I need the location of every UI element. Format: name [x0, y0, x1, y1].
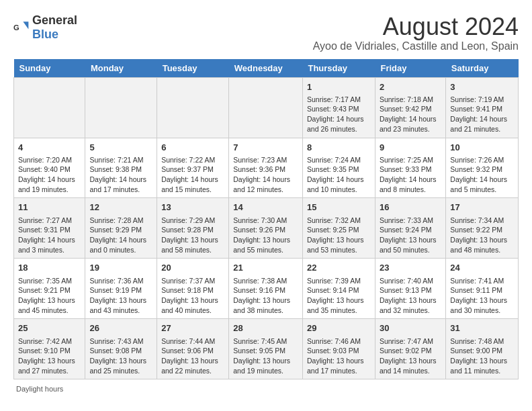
day-number: 28: [233, 322, 298, 334]
day-number: 18: [18, 262, 81, 274]
calendar-cell: 1Sunrise: 7:17 AM Sunset: 9:43 PM Daylig…: [302, 77, 375, 138]
svg-text:G: G: [13, 24, 19, 32]
subtitle: Ayoo de Vidriales, Castille and Leon, Sp…: [313, 40, 519, 52]
day-info: Sunrise: 7:33 AM Sunset: 9:24 PM Dayligh…: [380, 216, 441, 255]
day-info: Sunrise: 7:36 AM Sunset: 9:19 PM Dayligh…: [89, 276, 152, 316]
calendar-cell: 20Sunrise: 7:37 AM Sunset: 9:18 PM Dayli…: [157, 259, 229, 319]
calendar-cell: 19Sunrise: 7:36 AM Sunset: 9:19 PM Dayli…: [85, 259, 157, 319]
day-number: 5: [89, 142, 152, 154]
day-number: 31: [450, 322, 514, 334]
calendar-cell: 24Sunrise: 7:41 AM Sunset: 9:11 PM Dayli…: [446, 259, 519, 319]
calendar-cell: 11Sunrise: 7:27 AM Sunset: 9:31 PM Dayli…: [14, 198, 85, 259]
day-number: 19: [89, 262, 152, 274]
day-info: Sunrise: 7:23 AM Sunset: 9:36 PM Dayligh…: [233, 155, 298, 195]
weekday-header-sunday: Sunday: [14, 59, 85, 78]
day-info: Sunrise: 7:47 AM Sunset: 9:02 PM Dayligh…: [380, 336, 441, 376]
calendar-cell: [229, 77, 303, 138]
calendar-cell: 17Sunrise: 7:34 AM Sunset: 9:22 PM Dayli…: [446, 198, 519, 259]
calendar-cell: 8Sunrise: 7:24 AM Sunset: 9:35 PM Daylig…: [302, 138, 375, 198]
day-info: Sunrise: 7:18 AM Sunset: 9:42 PM Dayligh…: [380, 95, 441, 134]
day-info: Sunrise: 7:25 AM Sunset: 9:33 PM Dayligh…: [380, 155, 441, 195]
main-title: August 2024: [313, 13, 519, 40]
day-info: Sunrise: 7:30 AM Sunset: 9:26 PM Dayligh…: [233, 216, 298, 255]
day-number: 11: [18, 201, 81, 214]
day-info: Sunrise: 7:20 AM Sunset: 9:40 PM Dayligh…: [18, 155, 81, 195]
day-info: Sunrise: 7:34 AM Sunset: 9:22 PM Dayligh…: [450, 216, 514, 255]
calendar-cell: 9Sunrise: 7:25 AM Sunset: 9:33 PM Daylig…: [375, 138, 445, 198]
day-number: 27: [161, 322, 224, 334]
calendar-week-row: 18Sunrise: 7:35 AM Sunset: 9:21 PM Dayli…: [14, 259, 519, 319]
day-number: 1: [307, 81, 371, 93]
weekday-header-friday: Friday: [375, 59, 445, 78]
logo-blue: Blue: [32, 28, 58, 41]
day-number: 15: [307, 201, 371, 214]
day-info: Sunrise: 7:48 AM Sunset: 9:00 PM Dayligh…: [450, 336, 514, 376]
calendar-cell: 5Sunrise: 7:21 AM Sunset: 9:38 PM Daylig…: [85, 138, 157, 198]
day-info: Sunrise: 7:37 AM Sunset: 9:18 PM Dayligh…: [161, 276, 224, 316]
calendar-cell: 30Sunrise: 7:47 AM Sunset: 9:02 PM Dayli…: [375, 319, 445, 379]
day-number: 3: [450, 81, 514, 93]
day-number: 20: [161, 262, 224, 274]
day-number: 17: [450, 201, 514, 214]
day-number: 10: [450, 142, 514, 154]
logo-general: General: [32, 13, 77, 27]
calendar-cell: 7Sunrise: 7:23 AM Sunset: 9:36 PM Daylig…: [229, 138, 303, 198]
weekday-header-monday: Monday: [85, 59, 157, 78]
day-number: 29: [307, 322, 371, 334]
day-number: 26: [89, 322, 152, 334]
day-number: 22: [307, 262, 371, 274]
day-info: Sunrise: 7:46 AM Sunset: 9:03 PM Dayligh…: [307, 336, 371, 376]
day-number: 30: [380, 322, 441, 334]
day-number: 12: [89, 201, 152, 214]
calendar-cell: 2Sunrise: 7:18 AM Sunset: 9:42 PM Daylig…: [375, 77, 445, 138]
calendar-cell: 21Sunrise: 7:38 AM Sunset: 9:16 PM Dayli…: [229, 259, 303, 319]
day-info: Sunrise: 7:35 AM Sunset: 9:21 PM Dayligh…: [18, 276, 81, 316]
day-info: Sunrise: 7:44 AM Sunset: 9:06 PM Dayligh…: [161, 336, 224, 376]
day-number: 7: [233, 142, 298, 154]
day-info: Sunrise: 7:21 AM Sunset: 9:38 PM Dayligh…: [89, 155, 152, 195]
calendar-cell: 25Sunrise: 7:42 AM Sunset: 9:10 PM Dayli…: [14, 319, 85, 379]
day-info: Sunrise: 7:24 AM Sunset: 9:35 PM Dayligh…: [307, 155, 371, 195]
calendar-cell: 27Sunrise: 7:44 AM Sunset: 9:06 PM Dayli…: [157, 319, 229, 379]
calendar-cell: 29Sunrise: 7:46 AM Sunset: 9:03 PM Dayli…: [302, 319, 375, 379]
day-info: Sunrise: 7:43 AM Sunset: 9:08 PM Dayligh…: [89, 336, 152, 376]
day-number: 16: [380, 201, 441, 214]
day-info: Sunrise: 7:29 AM Sunset: 9:28 PM Dayligh…: [161, 216, 224, 255]
day-info: Sunrise: 7:28 AM Sunset: 9:29 PM Dayligh…: [89, 216, 152, 255]
calendar-cell: 12Sunrise: 7:28 AM Sunset: 9:29 PM Dayli…: [85, 198, 157, 259]
weekday-header-thursday: Thursday: [302, 59, 375, 78]
day-info: Sunrise: 7:40 AM Sunset: 9:13 PM Dayligh…: [380, 276, 441, 316]
day-number: 6: [161, 142, 224, 154]
calendar-cell: 4Sunrise: 7:20 AM Sunset: 9:40 PM Daylig…: [14, 138, 85, 198]
calendar-cell: 10Sunrise: 7:26 AM Sunset: 9:32 PM Dayli…: [446, 138, 519, 198]
calendar-cell: 31Sunrise: 7:48 AM Sunset: 9:00 PM Dayli…: [446, 319, 519, 379]
day-info: Sunrise: 7:17 AM Sunset: 9:43 PM Dayligh…: [307, 95, 371, 134]
calendar-cell: [14, 77, 85, 138]
day-info: Sunrise: 7:19 AM Sunset: 9:41 PM Dayligh…: [450, 95, 514, 134]
daylight-label: Daylight hours: [16, 385, 63, 393]
day-number: 2: [380, 81, 441, 93]
day-info: Sunrise: 7:38 AM Sunset: 9:16 PM Dayligh…: [233, 276, 298, 316]
title-section: August 2024 Ayoo de Vidriales, Castille …: [313, 13, 519, 52]
calendar-cell: 13Sunrise: 7:29 AM Sunset: 9:28 PM Dayli…: [157, 198, 229, 259]
calendar-cell: 18Sunrise: 7:35 AM Sunset: 9:21 PM Dayli…: [14, 259, 85, 319]
day-number: 8: [307, 142, 371, 154]
calendar-cell: 14Sunrise: 7:30 AM Sunset: 9:26 PM Dayli…: [229, 198, 303, 259]
calendar-table: SundayMondayTuesdayWednesdayThursdayFrid…: [13, 59, 519, 380]
calendar-week-row: 4Sunrise: 7:20 AM Sunset: 9:40 PM Daylig…: [14, 138, 519, 198]
day-number: 14: [233, 201, 298, 214]
svg-marker-1: [23, 21, 28, 29]
day-info: Sunrise: 7:26 AM Sunset: 9:32 PM Dayligh…: [450, 155, 514, 195]
calendar-cell: 28Sunrise: 7:45 AM Sunset: 9:05 PM Dayli…: [229, 319, 303, 379]
logo-icon: G: [13, 19, 30, 36]
day-number: 23: [380, 262, 441, 274]
day-info: Sunrise: 7:22 AM Sunset: 9:37 PM Dayligh…: [161, 155, 224, 195]
calendar-cell: 22Sunrise: 7:39 AM Sunset: 9:14 PM Dayli…: [302, 259, 375, 319]
day-info: Sunrise: 7:39 AM Sunset: 9:14 PM Dayligh…: [307, 276, 371, 316]
calendar-cell: 6Sunrise: 7:22 AM Sunset: 9:37 PM Daylig…: [157, 138, 229, 198]
day-number: 9: [380, 142, 441, 154]
day-info: Sunrise: 7:41 AM Sunset: 9:11 PM Dayligh…: [450, 276, 514, 316]
calendar-cell: [85, 77, 157, 138]
header: G General Blue August 2024 Ayoo de Vidri…: [13, 13, 519, 52]
weekday-header-tuesday: Tuesday: [157, 59, 229, 78]
